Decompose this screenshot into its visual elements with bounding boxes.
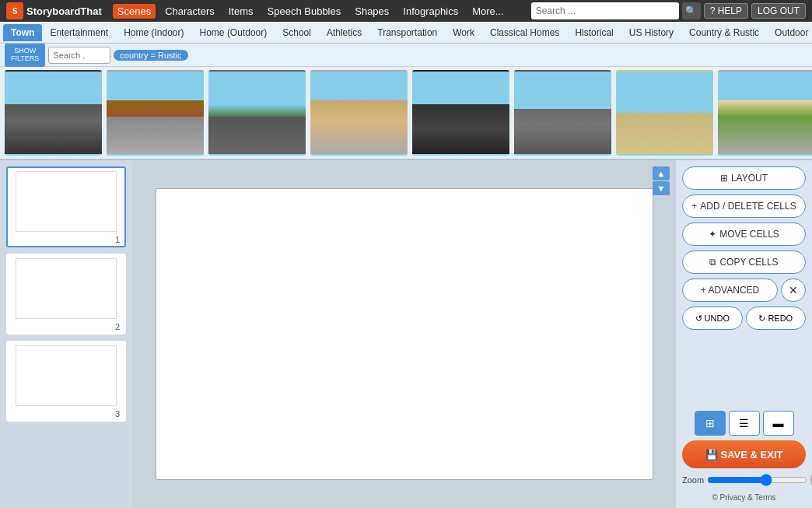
undo-redo-row: ↺ UNDO ↻ REDO bbox=[682, 307, 806, 330]
help-button[interactable]: ? HELP bbox=[704, 3, 748, 19]
close-button[interactable]: ✕ bbox=[781, 279, 806, 302]
layout-label: LAYOUT bbox=[731, 173, 768, 184]
nav-infographics[interactable]: Infographics bbox=[398, 4, 463, 19]
zoom-row: Zoom ✕ bbox=[682, 473, 806, 487]
tab-historical[interactable]: Historical bbox=[567, 24, 621, 41]
up-down-controls: ▲ ▼ bbox=[653, 166, 670, 195]
zoom-slider[interactable] bbox=[707, 474, 807, 486]
tab-us-history[interactable]: US History bbox=[621, 24, 681, 41]
search-area: 🔍 ? HELP LOG OUT bbox=[531, 2, 806, 19]
right-panel: ⊞ LAYOUT + ADD / DELETE CELLS ✦ MOVE CEL… bbox=[676, 160, 812, 508]
copy-icon: ⧉ bbox=[709, 257, 716, 268]
move-cells-button[interactable]: ✦ MOVE CELLS bbox=[682, 222, 806, 246]
scene-thumb[interactable] bbox=[310, 70, 408, 156]
scroll-up-button[interactable]: ▲ bbox=[653, 166, 670, 180]
scene-thumb[interactable] bbox=[514, 70, 611, 156]
logout-button[interactable]: LOG OUT bbox=[751, 3, 806, 19]
save-exit-label: SAVE & EXIT bbox=[721, 449, 783, 461]
add-delete-label: ADD / DELETE CELLS bbox=[700, 201, 796, 212]
page-1-thumb[interactable]: 1 bbox=[6, 166, 126, 247]
advanced-label: + ADVANCED bbox=[701, 285, 759, 296]
page-1-number: 1 bbox=[8, 235, 124, 246]
undo-button[interactable]: ↺ UNDO bbox=[682, 307, 743, 330]
layout-button[interactable]: ⊞ LAYOUT bbox=[682, 166, 806, 190]
sidebar: 1 2 3 bbox=[0, 160, 132, 508]
add-delete-cells-button[interactable]: + ADD / DELETE CELLS bbox=[682, 194, 806, 218]
tab-school[interactable]: School bbox=[275, 24, 319, 41]
filter-tag: country = Rustic bbox=[114, 50, 187, 61]
logo-text: StoryboardThat bbox=[26, 5, 102, 17]
save-icon: 💾 bbox=[705, 449, 718, 461]
layout-view-buttons: ⊞ ☰ ▬ bbox=[682, 411, 806, 436]
logo[interactable]: S StoryboardThat bbox=[6, 2, 102, 19]
scroll-down-button[interactable]: ▼ bbox=[653, 181, 670, 195]
search-input[interactable] bbox=[531, 2, 679, 19]
tab-athletics[interactable]: Athletics bbox=[319, 24, 369, 41]
category-tabs: Town Entertainment Home (Indoor) Home (O… bbox=[0, 22, 812, 44]
tab-transportation[interactable]: Transportation bbox=[369, 24, 445, 41]
tab-classical-homes[interactable]: Classical Homes bbox=[482, 24, 567, 41]
scene-thumb[interactable] bbox=[616, 70, 713, 156]
scene-thumb[interactable] bbox=[718, 70, 812, 156]
privacy-row: © Privacy & Terms bbox=[682, 492, 806, 502]
top-navigation: S StoryboardThat Scenes Characters Items… bbox=[0, 0, 812, 22]
save-exit-button[interactable]: 💾 SAVE & EXIT bbox=[682, 440, 806, 468]
scene-thumb[interactable] bbox=[208, 70, 306, 156]
grid-view-button[interactable]: ⊞ bbox=[695, 411, 726, 436]
page-3-number: 3 bbox=[8, 409, 124, 420]
logo-icon: S bbox=[6, 2, 23, 19]
tab-home-indoor[interactable]: Home (Indoor) bbox=[116, 24, 191, 41]
nav-characters[interactable]: Characters bbox=[160, 4, 219, 19]
privacy-text: © Privacy & Terms bbox=[712, 493, 775, 502]
advanced-button[interactable]: + ADVANCED bbox=[682, 279, 778, 302]
copy-cells-label: COPY CELLS bbox=[719, 257, 778, 268]
main-layout: 1 2 3 ▲ ▼ ⊞ LAYOUT + ADD / DELETE CELLS … bbox=[0, 160, 812, 508]
move-icon: ✦ bbox=[709, 229, 716, 240]
canvas-area: ▲ ▼ bbox=[132, 160, 676, 508]
page-3-thumb[interactable]: 3 bbox=[6, 341, 126, 422]
filter-bar: SHOW FILTERS country = Rustic bbox=[0, 44, 812, 67]
scene-thumb[interactable] bbox=[107, 70, 204, 156]
zoom-label: Zoom bbox=[682, 475, 704, 485]
nav-more[interactable]: More... bbox=[467, 4, 508, 19]
strip-view-button[interactable]: ☰ bbox=[729, 411, 760, 436]
redo-button[interactable]: ↻ REDO bbox=[746, 307, 807, 330]
tab-country-rustic[interactable]: Country & Rustic bbox=[681, 24, 767, 41]
copy-cells-button[interactable]: ⧉ COPY CELLS bbox=[682, 250, 806, 274]
add-delete-icon: + bbox=[691, 201, 697, 212]
scene-thumb[interactable] bbox=[5, 70, 102, 156]
right-spacer bbox=[682, 335, 806, 406]
search-button[interactable]: 🔍 bbox=[682, 2, 701, 19]
filter-search-input[interactable] bbox=[48, 47, 110, 64]
nav-items[interactable]: Items bbox=[224, 4, 258, 19]
move-cells-label: MOVE CELLS bbox=[719, 229, 779, 240]
tab-entertainment[interactable]: Entertainment bbox=[42, 24, 116, 41]
single-view-button[interactable]: ▬ bbox=[763, 411, 794, 436]
tab-outdoor[interactable]: Outdoor bbox=[767, 24, 812, 41]
show-filters-button[interactable]: SHOW FILTERS bbox=[5, 44, 45, 67]
nav-shapes[interactable]: Shapes bbox=[350, 4, 394, 19]
page-2-number: 2 bbox=[8, 322, 124, 333]
scene-strip bbox=[0, 67, 812, 160]
page-2-thumb[interactable]: 2 bbox=[6, 254, 126, 335]
scene-thumb[interactable] bbox=[412, 70, 509, 156]
advanced-row: + ADVANCED ✕ bbox=[682, 279, 806, 302]
nav-scenes[interactable]: Scenes bbox=[113, 4, 156, 19]
main-canvas[interactable] bbox=[156, 188, 653, 480]
nav-speech-bubbles[interactable]: Speech Bubbles bbox=[263, 4, 346, 19]
tab-work[interactable]: Work bbox=[445, 24, 482, 41]
tab-town[interactable]: Town bbox=[3, 24, 42, 41]
layout-icon: ⊞ bbox=[720, 173, 728, 184]
tab-home-outdoor[interactable]: Home (Outdoor) bbox=[192, 24, 275, 41]
